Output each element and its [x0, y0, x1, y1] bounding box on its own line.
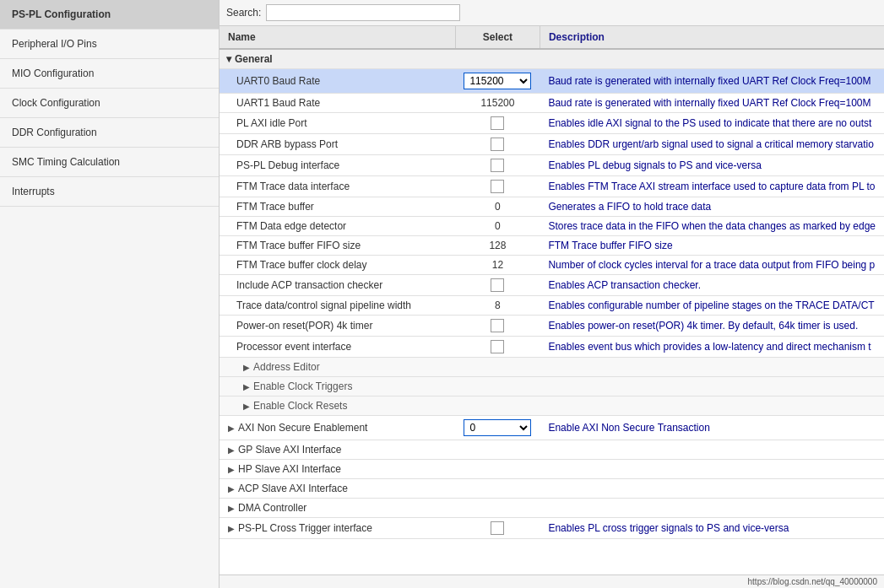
row-select[interactable] — [455, 134, 540, 155]
sidebar-item-smc[interactable]: SMC Timing Calculation — [0, 148, 219, 177]
collapsed-group-row[interactable]: ▶PS-PL Cross Trigger interfaceEnables PL… — [220, 518, 884, 539]
collapsed-group-select[interactable]: 0 — [455, 416, 540, 440]
status-url: https://blog.csdn.net/qq_40000000 — [748, 577, 877, 586]
search-bar: Search: — [220, 0, 884, 26]
table-row: Include ACP transaction checker Enables … — [220, 275, 884, 296]
sidebar-item-interrupts[interactable]: Interrupts — [0, 177, 219, 207]
sidebar: PS-PL Configuration Peripheral I/O Pins … — [0, 0, 220, 588]
row-select[interactable] — [455, 337, 540, 358]
row-desc: Enables event bus which provides a low-l… — [540, 337, 884, 358]
row-select[interactable] — [455, 155, 540, 176]
table-row: Power-on reset(POR) 4k timerEnables powe… — [220, 316, 884, 337]
row-name: PL AXI idle Port — [220, 113, 455, 134]
row-select[interactable]: 12 — [455, 256, 540, 275]
row-value: 8 — [495, 299, 501, 311]
table-container: Name Select Description ▾GeneralUART0 Ba… — [220, 26, 884, 575]
row-select[interactable]: 0 — [455, 217, 540, 236]
row-select[interactable] — [455, 316, 540, 337]
sidebar-item-ps-pl[interactable]: PS-PL Configuration — [0, 0, 219, 30]
checkbox[interactable] — [491, 278, 504, 292]
collapsed-group-select[interactable] — [455, 499, 540, 518]
table-row: FTM Trace buffer clock delay12Number of … — [220, 256, 884, 275]
row-name: UART0 Baud Rate — [220, 69, 455, 94]
collapsed-group-select[interactable] — [455, 479, 540, 499]
section-row[interactable]: ▶Enable Clock Resets — [220, 396, 884, 416]
row-name: Include ACP transaction checker — [220, 275, 455, 296]
table-row: FTM Data edge detector0Stores trace data… — [220, 217, 884, 236]
row-desc: Baud rate is generated with internally f… — [540, 69, 884, 94]
main-panel: Search: Name Select Description ▾General… — [220, 0, 884, 588]
config-table: Name Select Description ▾GeneralUART0 Ba… — [220, 26, 884, 539]
row-desc: Enables ACP transaction checker. — [540, 275, 884, 296]
table-row: Processor event interfaceEnables event b… — [220, 337, 884, 358]
sidebar-item-ddr[interactable]: DDR Configuration — [0, 118, 219, 148]
collapsed-group-select[interactable] — [455, 518, 540, 539]
row-name: PS-PL Debug interface — [220, 155, 455, 176]
row-name: FTM Trace buffer clock delay — [220, 256, 455, 275]
collapsed-group-desc — [540, 440, 884, 460]
collapsed-group-row[interactable]: ▶DMA Controller — [220, 499, 884, 518]
table-row: PS-PL Debug interfaceEnables PL debug si… — [220, 155, 884, 176]
checkbox[interactable] — [491, 521, 504, 535]
table-row: UART1 Baud Rate115200Baud rate is genera… — [220, 94, 884, 113]
row-name: Power-on reset(POR) 4k timer — [220, 316, 455, 337]
row-name: DDR ARB bypass Port — [220, 134, 455, 155]
row-select[interactable] — [455, 275, 540, 296]
select-dropdown[interactable]: 115200 — [464, 73, 531, 89]
row-desc: Number of clock cycles interval for a tr… — [540, 256, 884, 275]
checkbox[interactable] — [491, 340, 504, 353]
status-bar: https://blog.csdn.net/qq_40000000 — [220, 575, 884, 588]
row-select[interactable]: 128 — [455, 236, 540, 256]
collapsed-group-name: ▶PS-PL Cross Trigger interface — [220, 518, 455, 539]
row-select[interactable]: 115200 — [455, 69, 540, 94]
checkbox[interactable] — [491, 116, 504, 130]
search-input[interactable] — [266, 4, 460, 21]
row-desc: Enables PL debug signals to PS and vice-… — [540, 155, 884, 176]
collapsed-group-desc: Enables PL cross trigger signals to PS a… — [540, 518, 884, 539]
search-label: Search: — [226, 7, 261, 19]
section-row[interactable]: ▶Address Editor — [220, 358, 884, 377]
table-row: FTM Trace data interfaceEnables FTM Trac… — [220, 176, 884, 197]
collapsed-group-row[interactable]: ▶ACP Slave AXI Interface — [220, 479, 884, 499]
row-desc: Enables power-on reset(POR) 4k timer. By… — [540, 316, 884, 337]
sidebar-item-peripheral-io[interactable]: Peripheral I/O Pins — [0, 30, 219, 59]
checkbox[interactable] — [491, 180, 504, 193]
row-desc: Enables DDR urgent/arb signal used to si… — [540, 134, 884, 155]
group-row[interactable]: ▾General — [220, 49, 884, 69]
row-desc: Enables configurable number of pipeline … — [540, 296, 884, 316]
collapsed-group-row[interactable]: ▶HP Slave AXI Interface — [220, 460, 884, 479]
sidebar-item-mio[interactable]: MIO Configuration — [0, 59, 219, 89]
row-select[interactable]: 0 — [455, 197, 540, 217]
collapsed-group-name: ▶AXI Non Secure Enablement — [220, 416, 455, 440]
row-select[interactable] — [455, 113, 540, 134]
row-desc: Generates a FIFO to hold trace data — [540, 197, 884, 217]
checkbox[interactable] — [491, 159, 504, 172]
row-select[interactable] — [455, 176, 540, 197]
row-select[interactable]: 8 — [455, 296, 540, 316]
collapsed-group-desc — [540, 460, 884, 479]
collapsed-group-select[interactable] — [455, 440, 540, 460]
checkbox[interactable] — [491, 138, 504, 151]
row-name: Trace data/control signal pipeline width — [220, 296, 455, 316]
table-row: Trace data/control signal pipeline width… — [220, 296, 884, 316]
section-row[interactable]: ▶Enable Clock Triggers — [220, 377, 884, 396]
row-value: 128 — [489, 240, 506, 251]
row-desc: Stores trace data in the FIFO when the d… — [540, 217, 884, 236]
row-desc: Enables idle AXI signal to the PS used t… — [540, 113, 884, 134]
row-name: FTM Trace data interface — [220, 176, 455, 197]
row-name: UART1 Baud Rate — [220, 94, 455, 113]
collapsed-group-select[interactable] — [455, 460, 540, 479]
col-header-name: Name — [220, 26, 455, 49]
collapsed-group-row[interactable]: ▶AXI Non Secure Enablement0Enable AXI No… — [220, 416, 884, 440]
collapsed-group-desc: Enable AXI Non Secure Transaction — [540, 416, 884, 440]
sidebar-item-clock[interactable]: Clock Configuration — [0, 89, 219, 118]
checkbox[interactable] — [491, 319, 504, 332]
collapsed-group-row[interactable]: ▶GP Slave AXI Interface — [220, 440, 884, 460]
col-header-select: Select — [455, 26, 540, 49]
row-desc: Baud rate is generated with internally f… — [540, 94, 884, 113]
collapsed-group-name: ▶HP Slave AXI Interface — [220, 460, 455, 479]
row-select[interactable]: 115200 — [455, 94, 540, 113]
select-dropdown[interactable]: 0 — [464, 419, 531, 436]
table-row: UART0 Baud Rate115200Baud rate is genera… — [220, 69, 884, 94]
row-name: FTM Trace buffer FIFO size — [220, 236, 455, 256]
